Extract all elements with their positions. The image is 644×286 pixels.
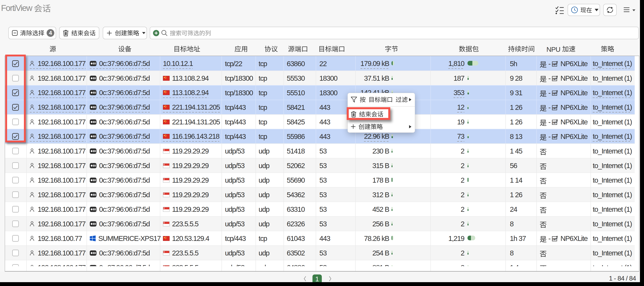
svg-text:NP: NP <box>552 237 557 241</box>
svg-text:NP: NP <box>552 62 557 66</box>
svg-text:NP: NP <box>552 91 557 95</box>
svg-text:NP: NP <box>552 121 557 124</box>
svg-text:NP: NP <box>552 135 557 139</box>
svg-text:NP: NP <box>552 77 557 80</box>
svg-text:NP: NP <box>552 106 557 109</box>
